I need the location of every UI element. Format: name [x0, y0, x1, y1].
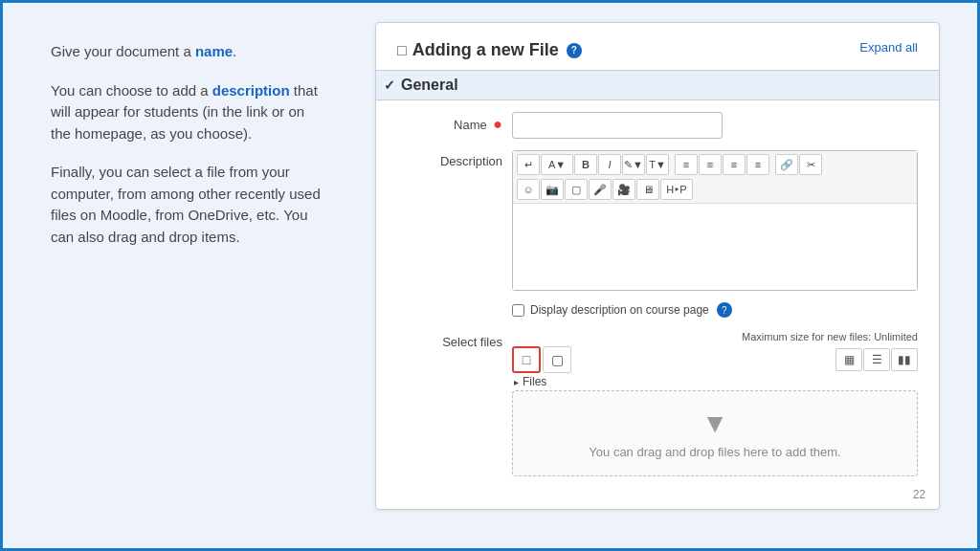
toolbar-link-btn[interactable]: 🔗 — [775, 154, 798, 175]
editor-toolbar: ↵ A▼ B I ✎▼ T▼ ≡ ≡ ≡ ≡ 🔗 — [513, 151, 917, 204]
toolbar-mic-btn[interactable]: 🎤 — [589, 179, 612, 200]
download-icon: ▼ — [702, 408, 728, 439]
right-panel: □ Adding a new File ? Expand all ✓ Gener… — [357, 3, 977, 548]
toolbar-text-btn[interactable]: T▼ — [646, 154, 669, 175]
toolbar-video-btn[interactable]: 🎥 — [612, 179, 635, 200]
detail-view-btn[interactable]: ▮▮ — [891, 348, 918, 371]
name-row: Name ● — [397, 112, 918, 139]
editor-wrapper: ↵ A▼ B I ✎▼ T▼ ≡ ≡ ≡ ≡ 🔗 — [512, 150, 918, 291]
name-label: Name ● — [397, 112, 502, 133]
toolbar-emoji-btn[interactable]: ☺ — [517, 179, 540, 200]
page-number: 22 — [913, 488, 925, 501]
description-row: Description ↵ A▼ B I ✎▼ T▼ ≡ ≡ — [397, 150, 918, 291]
card-title-row: □ Adding a new File ? — [397, 40, 918, 60]
add-file-btn[interactable]: □ — [512, 346, 541, 373]
display-desc-row: Display description on course page ? — [512, 302, 918, 318]
form-card: □ Adding a new File ? Expand all ✓ Gener… — [375, 22, 940, 510]
display-desc-label: Display description on course page — [530, 303, 709, 317]
section-general-header[interactable]: ✓ General — [376, 70, 939, 100]
files-folder-label: Files — [514, 375, 918, 388]
description-editor: ↵ A▼ B I ✎▼ T▼ ≡ ≡ ≡ ≡ 🔗 — [512, 150, 918, 291]
drop-zone[interactable]: ▼ You can drag and drop files here to ad… — [512, 390, 918, 476]
chevron-down-icon: ✓ — [384, 77, 395, 93]
toolbar-indent2-btn[interactable]: ≡ — [746, 154, 769, 175]
file-area: Maximum size for new files: Unlimited □ … — [512, 331, 918, 476]
name-field-wrapper — [512, 112, 918, 139]
help-icon[interactable]: ? — [567, 43, 582, 58]
toolbar-table-btn[interactable]: ▢ — [565, 179, 588, 200]
name-input[interactable] — [512, 112, 723, 139]
expand-all-link[interactable]: Expand all — [859, 40, 918, 55]
section-general-label: General — [401, 77, 458, 94]
toolbar-image-btn[interactable]: 📷 — [541, 179, 564, 200]
description-bold: description — [212, 82, 290, 99]
paragraph-1: Give your document a name. — [51, 41, 328, 63]
description-label: Description — [397, 150, 502, 168]
slide: Give your document a name. You can choos… — [3, 3, 977, 548]
name-bold: name — [195, 43, 233, 59]
select-files-row: Select files Maximum size for new files:… — [397, 331, 918, 476]
toolbar-font-btn[interactable]: A▼ — [541, 154, 573, 175]
toolbar-hp-btn[interactable]: H‣P — [660, 179, 693, 200]
paragraph-3: Finally, you can select a file from your… — [51, 162, 328, 248]
toolbar-bold-btn[interactable]: B — [574, 154, 597, 175]
select-files-label: Select files — [397, 331, 502, 349]
display-desc-help-icon[interactable]: ? — [717, 302, 732, 318]
required-icon: ● — [493, 116, 502, 132]
toolbar-italic-btn[interactable]: I — [598, 154, 621, 175]
max-size-label: Maximum size for new files: Unlimited — [512, 331, 918, 342]
description-editor-body[interactable] — [513, 204, 917, 290]
toolbar-list1-btn[interactable]: ≡ — [675, 154, 698, 175]
view-toggle-group: ▦ ☰ ▮▮ — [835, 348, 918, 371]
toolbar-undo-btn[interactable]: ↵ — [517, 154, 540, 175]
drop-zone-text: You can drag and drop files here to add … — [589, 445, 840, 459]
display-desc-checkbox[interactable] — [512, 304, 524, 317]
list-view-btn[interactable]: ☰ — [863, 348, 890, 371]
toolbar-unlink-btn[interactable]: ✂ — [799, 154, 822, 175]
paragraph-2: You can choose to add a description that… — [51, 80, 328, 145]
add-folder-btn[interactable]: ▢ — [543, 346, 571, 373]
toolbar-indent1-btn[interactable]: ≡ — [723, 154, 746, 175]
left-panel: Give your document a name. You can choos… — [3, 3, 357, 548]
toolbar-screen-btn[interactable]: 🖥 — [636, 179, 659, 200]
grid-view-btn[interactable]: ▦ — [835, 348, 862, 371]
toolbar-list2-btn[interactable]: ≡ — [699, 154, 722, 175]
form-title: Adding a new File — [412, 40, 559, 60]
file-icon: □ — [397, 42, 407, 59]
toolbar-color-btn[interactable]: ✎▼ — [622, 154, 645, 175]
file-toolbar: □ ▢ ▦ ☰ ▮▮ — [512, 346, 918, 373]
